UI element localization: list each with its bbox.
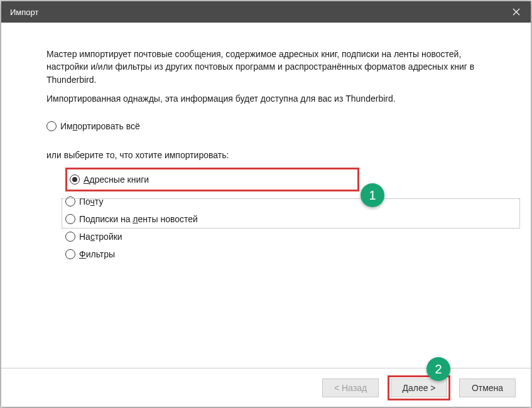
sub-options-group: Адресные книги Почту Подписки на ленты н… (65, 168, 486, 260)
close-icon (513, 8, 520, 16)
titlebar: Импорт (1, 1, 531, 23)
wizard-footer: 2 < Назад Далее > Отмена (1, 368, 531, 407)
back-button: < Назад (322, 378, 379, 397)
radio-settings[interactable]: Настройки (65, 230, 486, 243)
intro-paragraph-2: Импортированная однажды, эта информация … (46, 92, 486, 105)
radio-label-mail: Почту (79, 196, 103, 207)
import-wizard-window: Импорт Мастер импортирует почтовые сообщ… (1, 1, 531, 407)
radio-feeds[interactable]: Подписки на ленты новостей (65, 213, 486, 225)
annotation-badge-1: 1 (361, 183, 384, 207)
radio-icon (65, 214, 75, 224)
sub-prompt: или выберите то, что хотите импортироват… (46, 150, 486, 160)
radio-label-filters: Фильтры (79, 249, 115, 259)
radio-icon (65, 232, 75, 242)
annotation-badge-2: 2 (426, 357, 450, 381)
close-button[interactable] (502, 1, 531, 23)
highlight-box-1: Адресные книги (65, 168, 359, 191)
radio-icon (65, 249, 75, 259)
radio-icon (65, 196, 75, 207)
radio-label-feeds: Подписки на ленты новостей (79, 214, 198, 224)
radio-label-address-books: Адресные книги (84, 174, 149, 185)
wizard-content: Мастер импортирует почтовые сообщения, с… (1, 23, 531, 368)
radio-import-all[interactable]: Импортировать всё (46, 120, 486, 132)
window-title: Импорт (10, 8, 38, 17)
radio-mail[interactable]: Почту (65, 195, 486, 208)
next-button[interactable]: Далее > (391, 378, 447, 397)
radio-address-books[interactable]: Адресные книги (70, 173, 355, 186)
radio-icon (70, 174, 80, 185)
radio-label-import-all: Импортировать всё (60, 121, 140, 131)
intro-paragraph-1: Мастер импортирует почтовые сообщения, с… (46, 48, 486, 86)
radio-filters[interactable]: Фильтры (65, 248, 486, 260)
radio-icon (46, 121, 57, 131)
radio-label-settings: Настройки (79, 232, 122, 242)
cancel-button[interactable]: Отмена (459, 378, 516, 397)
